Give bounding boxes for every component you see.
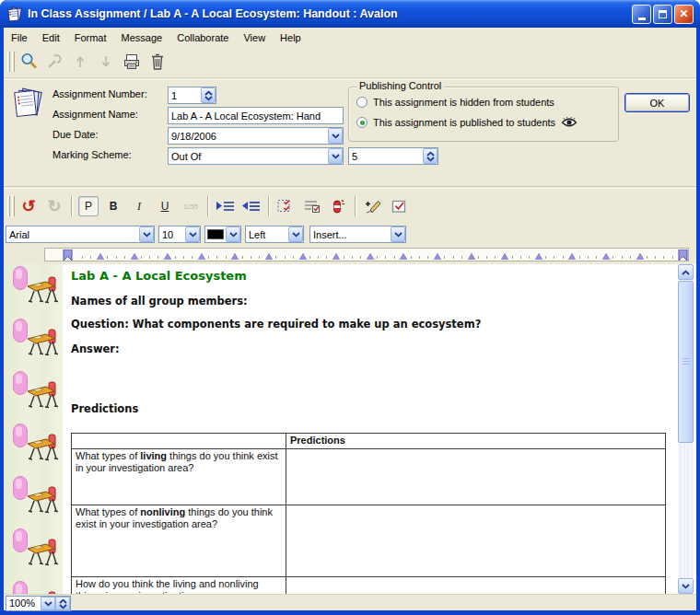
redo-button[interactable]: ↻ [43,195,65,217]
table-header-cell[interactable] [72,434,286,449]
indent-marker-icon[interactable] [63,249,74,261]
table-header-cell[interactable]: Predictions [286,434,666,449]
scroll-down-button[interactable] [678,578,694,594]
font-size-style-button[interactable]: 1255 [180,195,202,217]
bold-button[interactable]: B [102,195,124,217]
alignment-select[interactable]: Left [245,226,304,243]
tab-stop-icon[interactable] [434,253,441,260]
select-items-button[interactable] [275,195,298,217]
document-editor[interactable]: Lab A - A Local Ecosystem Names of all g… [63,264,678,594]
right-margin-marker-icon[interactable] [677,249,688,261]
print-button[interactable] [120,50,144,74]
tab-stop-icon[interactable] [265,253,273,260]
font-color-select[interactable] [204,226,241,243]
ruler-tick [149,256,150,259]
tab-stop-icon[interactable] [636,253,644,260]
menu-item-format[interactable]: Format [67,31,114,44]
ruler-tick [309,256,310,259]
menu-item-view[interactable]: View [236,31,273,44]
chevron-down-icon[interactable] [328,148,343,164]
desk-icon [26,380,59,410]
tab-stop-icon[interactable] [97,253,104,260]
table-question-cell[interactable]: What types of living things do you think… [72,449,286,505]
menu-item-help[interactable]: Help [273,31,309,44]
scrollbar-thumb[interactable] [678,281,694,443]
radio-icon[interactable] [356,117,368,128]
table-question-cell[interactable]: How do you think the living and nonlivin… [72,577,286,595]
assignment-number-field[interactable]: 1 [168,87,216,104]
maximize-button[interactable] [653,5,672,24]
tab-stop-icon[interactable] [231,253,239,260]
font-size-select[interactable]: 10 [158,226,201,243]
previous-button[interactable] [68,50,92,74]
undo-button[interactable]: ↺ [18,195,40,217]
radio-icon[interactable] [356,97,368,108]
tab-stop-icon[interactable] [332,253,340,260]
spinner-icon[interactable] [201,87,216,103]
ok-button[interactable]: OK [624,93,690,112]
chevron-down-icon[interactable] [185,226,200,242]
tab-stop-icon[interactable] [131,253,138,260]
toolbar-grip[interactable] [12,196,15,216]
doc-paragraph: Answer: [71,342,120,355]
predictions-table[interactable]: PredictionsWhat types of living things d… [71,433,666,594]
insert-select[interactable]: Insert... [309,226,406,243]
radio-published-option[interactable]: This assignment is published to students [356,117,578,128]
table-answer-cell[interactable] [286,577,666,595]
table-question-cell[interactable]: What types of nonliving things do you th… [72,505,286,577]
table-answer-cell[interactable] [286,505,666,577]
voice-note-button[interactable] [327,195,349,217]
due-date-select[interactable]: 9/18/2006 [168,127,344,145]
tab-stop-icon[interactable] [367,253,374,260]
ruler[interactable] [4,246,696,264]
approve-button[interactable] [388,195,410,217]
minimize-button[interactable] [632,5,651,24]
toolbar-grip[interactable] [7,196,10,216]
tab-stop-icon[interactable] [535,253,542,260]
tools-button[interactable] [42,50,66,74]
paragraph-style-button[interactable]: P [78,196,99,216]
font-family-select[interactable]: Arial [6,226,155,243]
radio-hidden-option[interactable]: This assignment is hidden from students [356,97,554,108]
delete-button[interactable] [146,50,169,74]
chevron-down-icon[interactable] [139,226,154,242]
chevron-down-icon[interactable] [41,597,55,610]
menu-item-collaborate[interactable]: Collaborate [169,31,236,44]
tab-stop-icon[interactable] [198,253,205,260]
indent-decrease-button[interactable] [240,195,262,217]
toolbar-grip[interactable] [7,52,10,72]
spinner-icon[interactable] [423,148,438,164]
tab-stop-icon[interactable] [602,253,610,260]
vertical-scrollbar[interactable] [678,264,694,594]
tab-stop-icon[interactable] [468,253,475,260]
marking-scheme-select[interactable]: Out Of [168,147,344,165]
underline-button[interactable]: U [154,195,176,217]
tab-stop-icon[interactable] [568,253,576,260]
tab-stop-icon[interactable] [299,253,307,260]
ruler-strip[interactable] [44,248,689,261]
tab-stop-icon[interactable] [501,253,508,260]
assignment-name-input[interactable]: Lab A - A Local Ecosystem: Hand [168,107,344,124]
next-button[interactable] [94,50,118,74]
spinner-icon[interactable] [55,597,70,610]
indent-increase-button[interactable] [215,195,237,217]
marking-value-field[interactable]: 5 [348,147,438,165]
tab-stop-icon[interactable] [164,253,171,260]
chevron-down-icon[interactable] [288,226,303,242]
menu-item-file[interactable]: File [4,31,35,44]
zoom-control[interactable]: 100% [6,596,71,611]
add-annotation-button[interactable] [362,195,384,217]
chevron-down-icon[interactable] [391,226,405,242]
toolbar-grip[interactable] [12,52,15,72]
table-answer-cell[interactable] [286,449,666,505]
italic-button[interactable]: I [128,195,150,217]
scroll-up-button[interactable] [678,264,694,280]
menu-item-message[interactable]: Message [114,31,170,44]
close-button[interactable]: ✕ [674,5,694,24]
tab-stop-icon[interactable] [400,253,407,260]
checklist-button[interactable] [301,195,323,217]
menu-item-edit[interactable]: Edit [35,31,67,44]
chevron-down-icon[interactable] [226,226,240,242]
search-button[interactable] [17,50,41,74]
chevron-down-icon[interactable] [328,128,343,144]
